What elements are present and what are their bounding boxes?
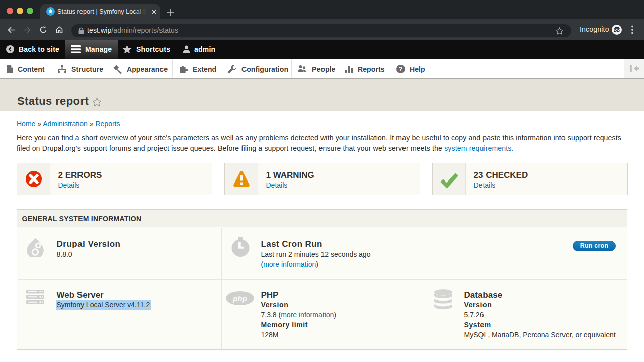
- svg-text:?: ?: [399, 66, 403, 73]
- svg-text:php: php: [232, 294, 247, 303]
